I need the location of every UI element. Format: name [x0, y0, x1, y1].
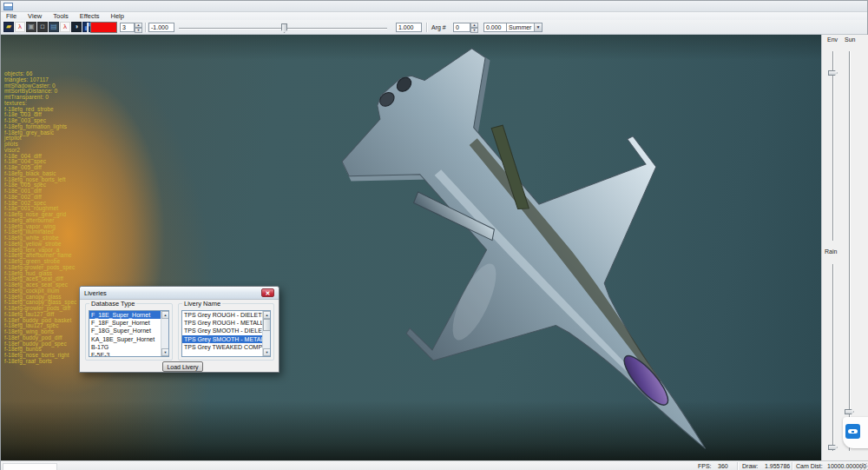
sun-label: Sun — [845, 36, 855, 43]
remote-tool-flag[interactable] — [843, 417, 868, 448]
list-item[interactable]: TPS Grey ROUGH - METALLIC — [182, 319, 262, 327]
runner2-red-icon[interactable]: λ — [60, 22, 70, 32]
status-left-box — [3, 463, 57, 470]
model-stats-list: objects: 66triangles: 107117mtShadowCast… — [4, 71, 76, 365]
camera-icon-glyph: ▣ — [28, 23, 35, 30]
value-spinner-arrows[interactable]: ▲▼ — [135, 23, 142, 32]
menu-tools[interactable]: Tools — [53, 12, 69, 20]
stat-line: f-18efg_raaf_borts — [4, 359, 76, 365]
scroll-up-icon[interactable]: ▲ — [263, 311, 271, 319]
scene-icon[interactable]: ▤ — [49, 22, 59, 32]
chevron-down-icon[interactable]: ▼ — [534, 23, 542, 31]
status-separator — [737, 462, 738, 470]
resize-grip[interactable] — [860, 463, 868, 470]
arg-number-field[interactable]: 0 — [453, 23, 470, 32]
main-area: objects: 66triangles: 107117mtShadowCast… — [1, 35, 868, 460]
scroll-up-icon[interactable]: ▲ — [161, 311, 169, 319]
list-item[interactable]: F_18G_Super_Hornet — [89, 327, 161, 334]
dialog-title: Liveries — [84, 289, 107, 297]
list-item[interactable]: F-5E-3 — [89, 351, 161, 357]
environment-panel: Env Sun Rain — [821, 35, 868, 460]
season-dropdown[interactable]: Summer ▼ — [506, 23, 542, 32]
status-bar: FPS: 360 Draw: 1.955786 Cam Dist: 10000.… — [1, 460, 868, 470]
night-mode-icon[interactable]: ◑ — [71, 22, 82, 32]
camera-icon[interactable]: ▣ — [26, 22, 36, 32]
toolbar: ▰λ▣◘▤λ◑▞ 3 ▲▼ -1.000 1.000 Arg # 0 ▲▼ 0.… — [1, 20, 867, 35]
list-item[interactable]: F_18F_Super_Hornet — [89, 319, 161, 327]
scroll-down-icon[interactable]: ▼ — [161, 348, 169, 356]
scene-icon-glyph: ▤ — [50, 23, 57, 30]
list-item[interactable]: F_18E_Super_Hornet — [89, 311, 161, 319]
cam-dist-label: Cam Dist: — [796, 463, 823, 469]
sun-slider-track[interactable] — [849, 51, 850, 451]
menu-effects[interactable]: Effects — [80, 12, 100, 20]
toolbar-icons: ▰λ▣◘▤λ◑▞ — [3, 22, 93, 32]
menu-file[interactable]: File — [6, 12, 16, 20]
env-slider-thumb[interactable] — [828, 70, 838, 76]
toolbar-separator — [145, 23, 146, 32]
toolbar-separator — [426, 23, 427, 32]
livery-name-label: Livery Name — [182, 300, 222, 308]
app-icon — [3, 3, 13, 10]
list-item[interactable]: TPS Grey ROUGH - DIELETRIC — [182, 311, 262, 319]
dialog-title-bar[interactable]: Liveries ✕ — [80, 287, 279, 300]
menu-view[interactable]: View — [28, 12, 42, 20]
fps-label: FPS: — [698, 463, 712, 469]
snapshot-icon[interactable]: ◘ — [37, 22, 48, 32]
sun-slider-thumb[interactable] — [845, 409, 854, 414]
teamviewer-icon[interactable] — [845, 424, 860, 439]
slider-max-field[interactable]: 1.000 — [396, 23, 422, 32]
value-spinner-field[interactable]: 3 — [120, 23, 135, 32]
rain-slider-thumb[interactable] — [828, 445, 838, 450]
open-folder-icon-glyph: ▰ — [6, 23, 11, 30]
scroll-down-icon[interactable]: ▼ — [263, 348, 271, 356]
database-scrollbar[interactable]: ▲ ▼ — [161, 311, 168, 356]
toolbar-separator — [87, 23, 88, 32]
aircraft-model[interactable] — [1, 35, 821, 460]
rain-slider-track[interactable] — [832, 264, 833, 451]
season-selected-value: Summer — [509, 24, 531, 30]
runner-red-icon-glyph: λ — [18, 23, 22, 30]
list-item[interactable]: TPS Grey TWEAKED COMPOSITE — [182, 343, 262, 351]
list-item[interactable]: B-17G — [89, 343, 161, 351]
list-item[interactable]: TPS Grey SMOOTH - DIELETRIC — [182, 327, 262, 334]
database-type-label: Database Type — [89, 300, 136, 308]
status-separator — [792, 462, 792, 470]
viewport-3d[interactable]: objects: 66triangles: 107117mtShadowCast… — [1, 35, 821, 460]
snapshot-icon-glyph: ◘ — [41, 23, 45, 30]
load-livery-button[interactable]: Load Livery — [162, 361, 203, 372]
close-icon[interactable]: ✕ — [261, 288, 274, 297]
rain-label: Rain — [825, 248, 837, 255]
list-item[interactable]: TPS Grey SMOOTH - METALLIC — [182, 335, 262, 343]
livery-name-list: TPS Grey ROUGH - DIELETRICTPS Grey ROUGH… — [182, 311, 262, 351]
livery-name-listbox[interactable]: TPS Grey ROUGH - DIELETRICTPS Grey ROUGH… — [181, 310, 271, 357]
database-type-list: F_18E_Super_HornetF_18F_Super_HornetF_18… — [89, 311, 161, 357]
arg-slider-thumb[interactable] — [281, 23, 287, 33]
fps-value: 360 — [718, 463, 728, 469]
runner-red-icon[interactable]: λ — [15, 22, 25, 32]
arg-number-label: Arg # — [431, 24, 446, 30]
title-bar[interactable] — [1, 1, 867, 12]
arg-spinner-arrows[interactable]: ▲▼ — [470, 23, 478, 32]
slider-min-field[interactable]: -1.000 — [148, 23, 174, 32]
color-swatch[interactable] — [90, 22, 117, 33]
env-slider-track[interactable] — [832, 51, 833, 241]
spinner-down-icon[interactable]: ▼ — [470, 28, 478, 33]
runner2-red-icon-glyph: λ — [63, 23, 67, 30]
arg-slider-track[interactable] — [179, 28, 387, 29]
database-type-group: Database Type F_18E_Super_HornetF_18F_Su… — [85, 303, 173, 361]
spinner-down-icon[interactable]: ▼ — [135, 28, 142, 33]
night-mode-icon-glyph: ◑ — [75, 23, 79, 30]
database-type-listbox[interactable]: F_18E_Super_HornetF_18F_Super_HornetF_18… — [89, 310, 169, 357]
fuselage-wings — [278, 35, 819, 460]
env-label: Env — [827, 36, 838, 43]
open-folder-icon[interactable]: ▰ — [3, 22, 14, 32]
list-item[interactable]: KA_18E_Super_Hornet — [89, 335, 161, 343]
draw-label: Draw: — [742, 463, 758, 469]
livery-scrollbar[interactable]: ▲ ▼ — [262, 311, 270, 356]
scroll-thumb[interactable] — [263, 319, 271, 331]
livery-name-group: Livery Name TPS Grey ROUGH - DIELETRICTP… — [178, 303, 274, 361]
menu-help[interactable]: Help — [111, 12, 124, 20]
app-window: File View Tools Effects Help ▰λ▣◘▤λ◑▞ 3 … — [0, 0, 868, 470]
liveries-dialog[interactable]: Liveries ✕ Database Type F_18E_Super_Hor… — [79, 286, 279, 373]
